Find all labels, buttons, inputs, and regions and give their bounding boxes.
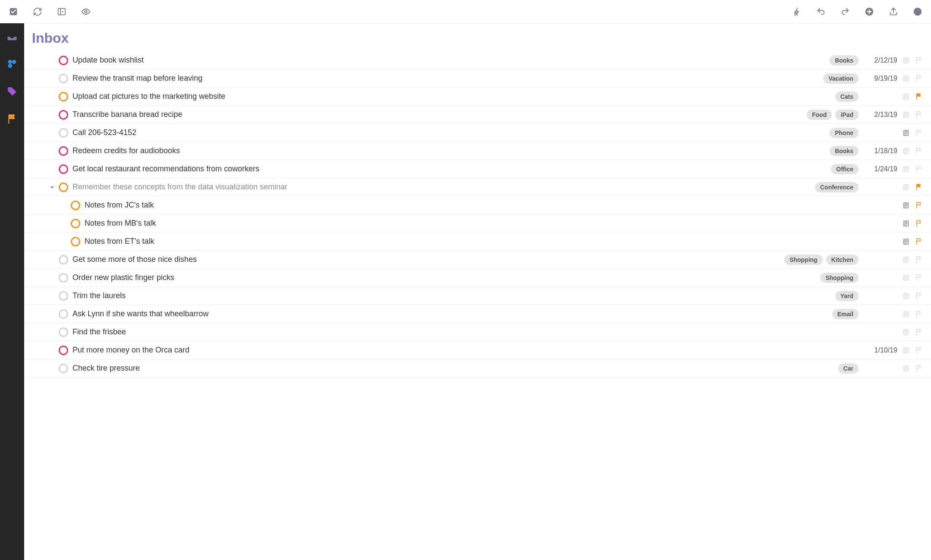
flag-icon[interactable] bbox=[915, 201, 923, 210]
note-icon[interactable] bbox=[902, 129, 910, 137]
task-row[interactable]: Call 206-523-4152Phone bbox=[24, 124, 931, 142]
task-row[interactable]: Find the frisbee bbox=[24, 323, 931, 341]
flag-icon[interactable] bbox=[915, 129, 923, 137]
flag-icon[interactable] bbox=[915, 292, 923, 300]
tag[interactable]: Cats bbox=[835, 91, 859, 102]
note-icon[interactable] bbox=[902, 183, 910, 192]
note-icon[interactable] bbox=[902, 292, 910, 300]
task-row[interactable]: Trim the laurelsYard bbox=[24, 287, 931, 305]
note-icon[interactable] bbox=[902, 56, 910, 65]
status-circle[interactable] bbox=[59, 309, 68, 319]
task-row[interactable]: Notes from JC's talk bbox=[24, 196, 931, 214]
status-circle[interactable] bbox=[59, 110, 68, 120]
note-icon[interactable] bbox=[902, 328, 910, 337]
task-row[interactable]: Get local restaurant recommendations fro… bbox=[24, 160, 931, 178]
flag-icon[interactable] bbox=[915, 219, 923, 228]
flag-icon[interactable] bbox=[915, 255, 923, 264]
tag[interactable]: Books bbox=[830, 55, 859, 66]
status-circle[interactable] bbox=[59, 146, 68, 156]
status-circle[interactable] bbox=[59, 182, 68, 192]
status-circle[interactable] bbox=[59, 273, 68, 283]
flag-icon[interactable] bbox=[915, 147, 923, 155]
sidebar-item-flagged[interactable] bbox=[3, 110, 21, 128]
task-row[interactable]: Get some more of those nice dishesShoppi… bbox=[24, 251, 931, 269]
tag[interactable]: Books bbox=[830, 146, 859, 156]
status-circle[interactable] bbox=[59, 74, 68, 83]
status-circle[interactable] bbox=[59, 56, 68, 65]
tag[interactable]: Yard bbox=[835, 291, 859, 301]
note-icon[interactable] bbox=[902, 110, 910, 119]
sidebar-item-projects[interactable] bbox=[3, 55, 21, 72]
status-circle[interactable] bbox=[59, 346, 68, 355]
task-row[interactable]: Redeem credits for audiobooksBooks1/18/1… bbox=[24, 142, 931, 160]
flag-icon[interactable] bbox=[915, 364, 923, 373]
flag-icon[interactable] bbox=[915, 165, 923, 173]
undo-button[interactable] bbox=[814, 4, 828, 19]
flag-icon[interactable] bbox=[915, 237, 923, 246]
cleanup-button[interactable] bbox=[789, 4, 804, 19]
eye-button[interactable] bbox=[79, 4, 93, 19]
task-row[interactable]: Update book wishlistBooks2/12/19 bbox=[24, 51, 931, 69]
task-row[interactable]: Check tire pressureCar bbox=[24, 359, 931, 378]
tag[interactable]: Phone bbox=[830, 128, 859, 138]
flag-icon[interactable] bbox=[915, 310, 923, 318]
note-icon[interactable] bbox=[902, 274, 910, 282]
share-button[interactable] bbox=[886, 4, 901, 19]
status-circle[interactable] bbox=[59, 364, 68, 373]
flag-icon[interactable] bbox=[915, 346, 923, 355]
tag[interactable]: Food bbox=[807, 110, 832, 120]
note-icon[interactable] bbox=[902, 310, 910, 318]
sidebar-item-tags[interactable] bbox=[3, 83, 21, 100]
task-row[interactable]: Ask Lynn if she wants that wheelbarrowEm… bbox=[24, 305, 931, 323]
note-icon[interactable] bbox=[902, 364, 910, 373]
flag-icon[interactable] bbox=[915, 274, 923, 282]
status-circle[interactable] bbox=[59, 164, 68, 174]
note-icon[interactable] bbox=[902, 74, 910, 83]
info-button[interactable] bbox=[910, 4, 925, 19]
tag[interactable]: Car bbox=[838, 363, 859, 374]
status-circle[interactable] bbox=[71, 237, 80, 246]
flag-icon[interactable] bbox=[915, 110, 923, 119]
tag[interactable]: Shopping bbox=[820, 273, 859, 283]
status-circle[interactable] bbox=[71, 219, 80, 228]
note-icon[interactable] bbox=[902, 346, 910, 355]
sidebar-toggle-button[interactable] bbox=[54, 4, 69, 19]
tag[interactable]: Vacation bbox=[823, 73, 859, 84]
sidebar-item-inbox[interactable] bbox=[3, 28, 21, 45]
redo-button[interactable] bbox=[838, 4, 852, 19]
status-circle[interactable] bbox=[59, 291, 68, 301]
task-row[interactable]: Review the transit map before leavingVac… bbox=[24, 69, 931, 88]
task-row[interactable]: Upload cat pictures to the marketing web… bbox=[24, 88, 931, 106]
note-icon[interactable] bbox=[902, 255, 910, 264]
check-button[interactable] bbox=[6, 4, 21, 19]
note-icon[interactable] bbox=[902, 219, 910, 228]
tag[interactable]: Kitchen bbox=[826, 255, 859, 265]
tag[interactable]: iPad bbox=[835, 110, 859, 120]
note-icon[interactable] bbox=[902, 237, 910, 246]
task-row[interactable]: Notes from ET's talk bbox=[24, 233, 931, 251]
disclosure-triangle[interactable] bbox=[48, 183, 56, 191]
flag-icon[interactable] bbox=[915, 92, 923, 101]
sync-button[interactable] bbox=[30, 4, 45, 19]
status-circle[interactable] bbox=[71, 201, 80, 210]
flag-icon[interactable] bbox=[915, 328, 923, 337]
tag[interactable]: Office bbox=[831, 164, 859, 174]
status-circle[interactable] bbox=[59, 327, 68, 337]
status-circle[interactable] bbox=[59, 255, 68, 264]
flag-icon[interactable] bbox=[915, 74, 923, 83]
note-icon[interactable] bbox=[902, 147, 910, 155]
task-row[interactable]: Put more money on the Orca card1/10/19 bbox=[24, 341, 931, 359]
status-circle[interactable] bbox=[59, 128, 68, 138]
tag[interactable]: Conference bbox=[815, 182, 859, 192]
note-icon[interactable] bbox=[902, 92, 910, 101]
flag-icon[interactable] bbox=[915, 183, 923, 192]
status-circle[interactable] bbox=[59, 92, 68, 101]
note-icon[interactable] bbox=[902, 165, 910, 173]
tag[interactable]: Email bbox=[832, 309, 859, 319]
task-row[interactable]: Transcribe banana bread recipeFoodiPad2/… bbox=[24, 106, 931, 124]
task-row[interactable]: Order new plastic finger picksShopping bbox=[24, 269, 931, 287]
task-row[interactable]: Notes from MB's talk bbox=[24, 214, 931, 233]
flag-icon[interactable] bbox=[915, 56, 923, 65]
add-button[interactable] bbox=[862, 4, 877, 19]
tag[interactable]: Shopping bbox=[784, 255, 823, 265]
